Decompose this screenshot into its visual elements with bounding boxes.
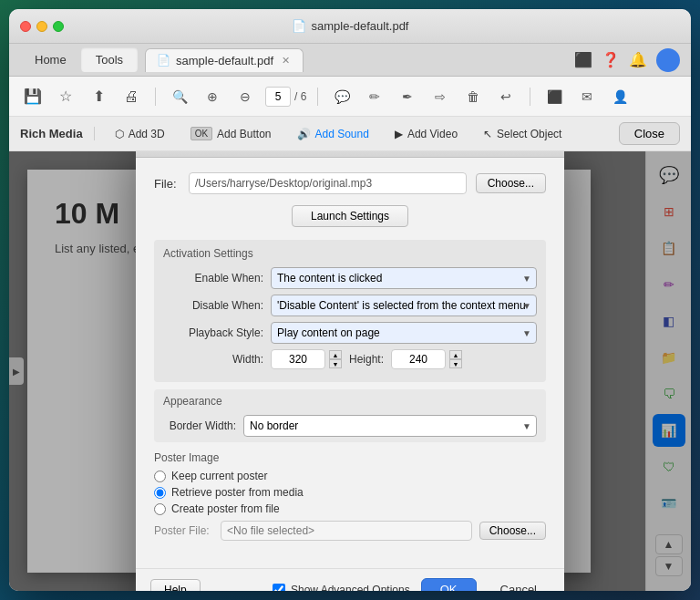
show-advanced-options: Show Advanced Options (273, 584, 410, 592)
window-title: sample-default.pdf (312, 19, 409, 33)
disable-when-select[interactable]: 'Disable Content' is selected from the c… (271, 295, 537, 316)
zoom-previous-icon[interactable]: ⊕ (200, 84, 225, 109)
add-video-button[interactable]: ▶ Add Video (389, 125, 463, 143)
poster-section-label: Poster Image (154, 451, 546, 464)
advanced-checkbox[interactable] (273, 584, 285, 592)
height-down-btn[interactable]: ▼ (449, 359, 462, 368)
rich-media-label: Rich Media (20, 127, 95, 140)
width-spinner: ▲ ▼ (329, 350, 342, 368)
appearance-section: Appearance Border Width: No border ▼ (154, 389, 546, 442)
width-input[interactable] (271, 349, 325, 369)
page-input[interactable]: 5 (265, 87, 291, 107)
window-title-area: 📄 sample-default.pdf (292, 19, 409, 33)
enable-when-row: Enable When: The content is clicked ▼ (163, 267, 537, 289)
screen-share-icon[interactable]: ⬛ (574, 51, 592, 68)
create-poster-row: Create poster from file (154, 502, 546, 515)
add-3d-button[interactable]: ⬡ Add 3D (109, 125, 170, 143)
select-object-button[interactable]: ↖ Select Object (478, 125, 567, 143)
delete-icon[interactable]: 🗑 (460, 84, 486, 109)
help-button[interactable]: Help (150, 579, 201, 592)
upload-icon[interactable]: ⬆ (86, 84, 111, 109)
rich-media-bar: Rich Media ⬡ Add 3D OK Add Button 🔊 Add … (9, 117, 691, 151)
help-icon[interactable]: ❓ (602, 51, 620, 68)
page-total: / 6 (294, 90, 306, 103)
launch-settings-button[interactable]: Launch Settings (292, 205, 408, 227)
poster-file-input[interactable] (221, 521, 472, 541)
enable-when-select[interactable]: The content is clicked (271, 267, 537, 289)
activation-label: Activation Settings (163, 247, 537, 260)
dimensions-row: Width: ▲ ▼ Height: ▲ ▼ (163, 349, 537, 369)
border-width-select[interactable]: No border (243, 415, 537, 437)
tab-file[interactable]: 📄 sample-default.pdf ✕ (145, 48, 304, 72)
email-icon[interactable]: ✉ (574, 84, 600, 109)
sound-icon: 🔊 (297, 128, 311, 140)
create-poster-radio[interactable] (154, 503, 166, 515)
minimize-button[interactable] (36, 21, 47, 32)
save-icon[interactable]: 💾 (20, 84, 46, 109)
tab-home[interactable]: Home (20, 47, 81, 72)
tab-file-icon: 📄 (157, 54, 170, 67)
playback-select-wrap: Play content on page ▼ (271, 322, 537, 344)
redact-icon[interactable]: ⬛ (541, 84, 567, 109)
width-up-btn[interactable]: ▲ (329, 350, 342, 359)
undo-icon[interactable]: ↩ (493, 84, 519, 109)
appearance-label: Appearance (163, 395, 537, 408)
height-spinner: ▲ ▼ (449, 350, 462, 368)
toolbar-separator-2 (317, 88, 318, 106)
keep-current-radio[interactable] (154, 471, 166, 482)
poster-choose-button[interactable]: Choose... (479, 522, 546, 540)
width-down-btn[interactable]: ▼ (329, 359, 342, 368)
comment-icon[interactable]: 💬 (329, 84, 355, 109)
traffic-lights (20, 21, 64, 32)
tab-close-icon[interactable]: ✕ (279, 54, 292, 67)
poster-file-label: Poster File: (154, 524, 213, 537)
playback-label: Playback Style: (163, 326, 263, 339)
title-bar: 📄 sample-default.pdf (9, 9, 691, 44)
toolbar-separator-3 (530, 88, 530, 106)
height-input[interactable] (391, 349, 446, 369)
disable-when-row: Disable When: 'Disable Content' is selec… (163, 295, 537, 316)
toolbar-separator (155, 88, 156, 106)
maximize-button[interactable] (53, 21, 64, 32)
playback-select[interactable]: Play content on page (271, 322, 537, 344)
poster-file-row: Poster File: Choose... (154, 521, 546, 541)
pencil-icon[interactable]: ✏ (362, 84, 387, 109)
launch-settings-wrap: Launch Settings (154, 205, 546, 227)
border-width-select-wrap: No border ▼ (243, 415, 537, 437)
close-rich-media-button[interactable]: Close (619, 122, 680, 145)
video-icon: ▶ (395, 128, 403, 140)
keep-current-label: Keep current poster (171, 470, 267, 482)
insert-sound-dialog: Insert Sound File: Choose... Launch Sett… (136, 151, 564, 591)
zoom-out-icon[interactable]: 🔍 (167, 84, 192, 109)
toolbar: 💾 ☆ ⬆ 🖨 🔍 ⊕ ⊖ 5 / 6 💬 ✏ ✒ ⇨ 🗑 ↩ ⬛ ✉ 👤 (9, 77, 691, 117)
stamp-icon[interactable]: ⇨ (427, 84, 453, 109)
3d-icon: ⬡ (115, 128, 124, 140)
close-button[interactable] (20, 21, 31, 32)
user-icon[interactable]: 👤 (607, 84, 633, 109)
ok-button[interactable]: OK (421, 578, 477, 591)
enable-when-select-wrap: The content is clicked ▼ (271, 267, 537, 289)
notification-icon[interactable]: 🔔 (629, 51, 647, 68)
title-icon: 📄 (292, 19, 306, 33)
add-sound-button[interactable]: 🔊 Add Sound (292, 125, 375, 143)
tab-tools[interactable]: Tools (81, 47, 138, 72)
height-label: Height: (349, 353, 384, 366)
avatar[interactable] (656, 48, 680, 72)
tab-bar: Home Tools 📄 sample-default.pdf ✕ ⬛ ❓ 🔔 (9, 44, 691, 77)
draw-icon[interactable]: ✒ (395, 84, 420, 109)
enable-when-label: Enable When: (163, 272, 263, 284)
create-poster-label: Create poster from file (171, 502, 280, 515)
retrieve-poster-radio[interactable] (154, 487, 166, 499)
add-button-button[interactable]: OK Add Button (185, 124, 277, 143)
width-label: Width: (163, 353, 263, 366)
height-up-btn[interactable]: ▲ (449, 350, 462, 359)
bookmark-icon[interactable]: ☆ (53, 84, 78, 109)
border-width-label: Border Width: (163, 419, 236, 432)
border-width-row: Border Width: No border ▼ (163, 415, 537, 437)
zoom-in-icon[interactable]: ⊖ (232, 84, 258, 109)
cursor-icon: ↖ (483, 128, 492, 140)
file-input[interactable] (189, 172, 467, 194)
print-icon[interactable]: 🖨 (118, 84, 144, 109)
cancel-button[interactable]: Cancel (488, 579, 550, 591)
choose-button[interactable]: Choose... (476, 173, 546, 193)
